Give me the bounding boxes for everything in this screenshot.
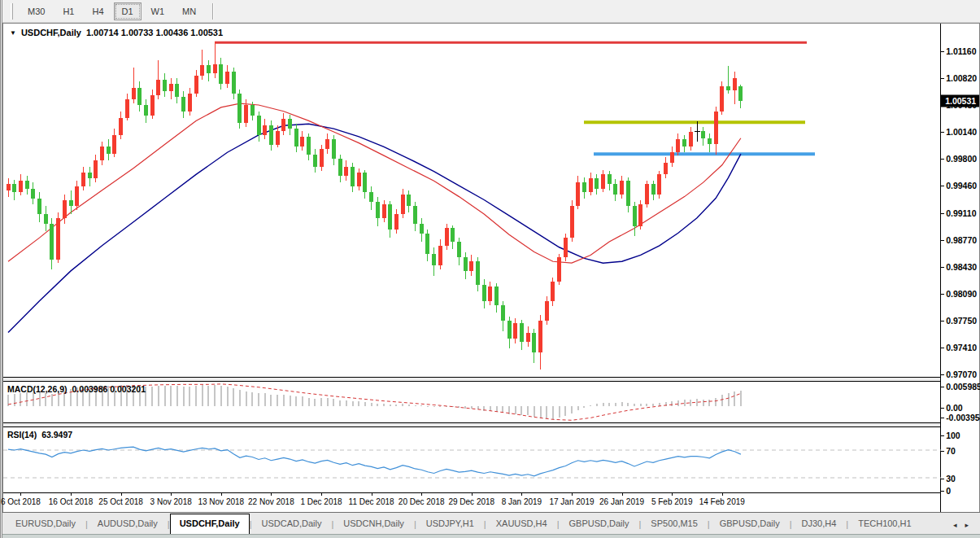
chart-plots: ▼ USDCHF,Daily 1.00714 1.00733 1.00436 1… [3,24,941,512]
axis-tick [941,240,944,241]
axis-tick [941,491,944,492]
tab-gbpusd-daily[interactable]: GBPUSD,Daily [710,514,790,534]
rsi-line [8,447,741,476]
date-label: 29 Dec 2018 [448,497,494,506]
price-axis-label: 1.00820 [946,73,977,83]
rsi-plot[interactable] [3,427,943,492]
price-axis-label: 0.97070 [946,370,977,379]
date-tick [271,493,272,496]
axis-tick [941,418,944,418]
axis-tick [941,479,944,479]
chart-tab-bar: EURUSD,Daily|AUDUSD,Daily|USDCHF,Daily|U… [2,512,980,534]
rsi-panel[interactable]: RSI(14) 63.9497 [3,426,940,493]
toolbar-grip[interactable] [11,3,13,20]
date-label: 5 Feb 2019 [651,497,693,506]
price-axis-label: 1.00140 [946,127,977,137]
date-tick [622,493,623,496]
date-tick [171,493,172,496]
tab-scroll-left-icon[interactable]: ◂ [953,521,957,529]
tab-dj30-h4[interactable]: DJ30,H4 [792,514,847,534]
price-axis: 1.011601.008201.004801.001400.998000.994… [941,24,979,512]
tab-usdjpy-h1[interactable]: USDJPY,H1 [416,514,484,534]
date-label: 3 Nov 2018 [150,497,192,506]
tab-scroll-right-icon[interactable]: ▸ [965,521,969,529]
rsi-label: RSI(14) 63.9497 [7,430,72,440]
chart-tabs: EURUSD,Daily|AUDUSD,Daily|USDCHF,Daily|U… [6,514,921,534]
axis-tick [941,408,944,409]
timeframe-button-w1[interactable]: W1 [143,2,173,20]
tab-sp500-m15[interactable]: SP500,M15 [641,514,707,534]
price-axis-label: 0.98770 [946,235,977,245]
date-label: 11 Dec 2018 [349,497,394,506]
date-tick [71,493,72,496]
price-axis-label: 0.98090 [946,289,977,299]
timeframe-button-m30[interactable]: M30 [20,2,53,20]
tab-usdcad-daily[interactable]: USDCAD,Daily [251,514,331,534]
timeframe-button-mn[interactable]: MN [174,2,204,20]
axis-tick [941,348,944,348]
tab-eurusd-daily[interactable]: EURUSD,Daily [6,514,85,534]
timeframe-buttons: M30H1H4D1W1MN [20,2,206,20]
date-label: 16 Oct 2018 [49,497,93,506]
tab-scroll-arrows: ◂ ▸ [950,521,977,534]
price-chart-panel[interactable]: ▼ USDCHF,Daily 1.00714 1.00733 1.00436 1… [3,24,940,378]
price-axis-label: 0.97410 [946,343,977,352]
trading-terminal: M30H1H4D1W1MN ▼ USDCHF,Daily 1.00714 1.0… [0,0,980,538]
date-tick [372,493,372,496]
date-tick [221,493,222,496]
price-axis-label: 1.01160 [946,46,976,56]
axis-tick [941,159,944,160]
axis-tick [941,321,944,321]
chart-dropdown-icon[interactable]: ▼ [10,29,16,37]
date-label: 6 Oct 2018 [1,497,41,506]
chart-window: ▼ USDCHF,Daily 1.00714 1.00733 1.00436 1… [2,23,980,512]
axis-tick [941,132,944,133]
date-tick [472,493,473,496]
date-tick [421,493,422,496]
tab-audusd-daily[interactable]: AUDUSD,Daily [88,514,168,534]
chart-ohlc-values: 1.00714 1.00733 1.00436 1.00531 [86,28,223,37]
toolbar-separator [212,3,214,20]
macd-label: MACD(12,26,9) 0.003986 0.003201 [7,384,146,394]
tab-gbpusd-daily[interactable]: GBPUSD,Daily [560,514,639,534]
tab-usdcnh-daily[interactable]: USDCNH,Daily [333,514,414,534]
tab-tech100-h1[interactable]: TECH100,H1 [848,514,921,534]
date-label: 14 Feb 2019 [699,497,745,506]
date-tick [20,493,21,496]
rsi-axis-label: 0 [946,486,951,496]
price-axis-label: 0.99110 [946,208,976,218]
date-tick [521,493,522,496]
date-label: 1 Dec 2018 [300,497,342,506]
date-label: 25 Oct 2018 [98,497,142,506]
candlestick-chart[interactable] [3,24,943,378]
date-tick [722,493,723,496]
ma-fast-line [8,103,741,263]
chart-title: ▼ USDCHF,Daily 1.00714 1.00733 1.00436 1… [10,28,223,37]
tab-usdchf-daily[interactable]: USDCHF,Daily [170,514,250,534]
axis-tick [941,78,944,79]
window-bottom-edge [2,534,980,538]
rsi-axis-label: 70 [946,446,956,456]
date-label: 20 Dec 2018 [399,497,445,506]
date-tick [321,493,322,496]
moving-averages [8,103,741,333]
rsi-axis-label: 30 [946,474,956,483]
timeframe-button-d1[interactable]: D1 [114,2,142,20]
date-label: 26 Jan 2019 [599,497,644,506]
axis-tick [941,451,944,452]
axis-tick [941,387,944,387]
tab-xauusd-h4[interactable]: XAUUSD,H4 [486,514,557,534]
date-tick [121,493,122,496]
macd-panel[interactable]: MACD(12,26,9) 0.003986 0.003201 [3,381,940,423]
price-axis-label: 0.99460 [946,181,977,190]
timeframe-button-h4[interactable]: H4 [84,2,111,20]
axis-tick [941,267,944,268]
price-axis-label: 0.99800 [946,154,977,164]
candles [7,42,743,370]
date-axis: 6 Oct 201816 Oct 201825 Oct 20183 Nov 20… [3,493,940,511]
price-axis-label: 0.98430 [946,262,977,272]
timeframe-button-h1[interactable]: H1 [54,2,82,20]
current-price-badge: 1.00531 [941,95,979,107]
price-axis-label: 0.97750 [946,316,977,326]
rsi-value: 63.9497 [41,430,72,440]
